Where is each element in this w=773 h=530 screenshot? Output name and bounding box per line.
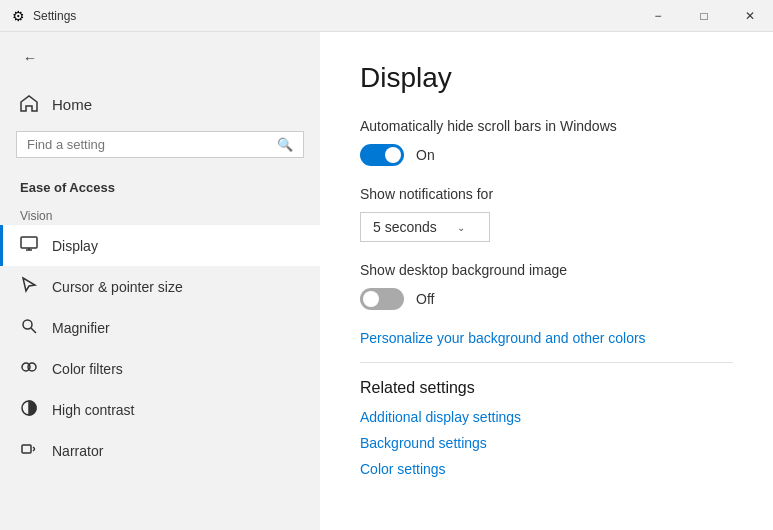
svg-line-4 <box>31 328 36 333</box>
narrator-icon <box>20 440 38 461</box>
desktop-background-toggle-text: Off <box>416 291 434 307</box>
scroll-bars-toggle-text: On <box>416 147 435 163</box>
color-settings-link[interactable]: Color settings <box>360 461 733 477</box>
cursor-icon <box>20 276 38 297</box>
svg-point-3 <box>23 320 32 329</box>
title-bar-left: ⚙ Settings <box>12 8 76 24</box>
magnifier-icon <box>20 317 38 338</box>
sidebar-item-magnifier-label: Magnifier <box>52 320 110 336</box>
notifications-setting: Show notifications for 5 seconds ⌄ <box>360 186 733 242</box>
sidebar-item-color-filters[interactable]: Color filters <box>0 348 320 389</box>
settings-icon: ⚙ <box>12 8 25 24</box>
sidebar-item-narrator-label: Narrator <box>52 443 103 459</box>
color-filters-icon <box>20 358 38 379</box>
desktop-background-toggle[interactable] <box>360 288 404 310</box>
sidebar-item-display[interactable]: Display <box>0 225 320 266</box>
sidebar-item-home[interactable]: Home <box>0 84 320 125</box>
sidebar-section-title: Ease of Access <box>0 174 320 203</box>
display-icon <box>20 235 38 256</box>
scroll-bars-toggle[interactable] <box>360 144 404 166</box>
home-icon <box>20 94 38 115</box>
sidebar-item-color-filters-label: Color filters <box>52 361 123 377</box>
sidebar-item-cursor-label: Cursor & pointer size <box>52 279 183 295</box>
svg-rect-0 <box>21 237 37 248</box>
title-bar-controls: − □ ✕ <box>635 0 773 32</box>
sidebar-category-vision: Vision <box>0 203 320 225</box>
notifications-dropdown-value: 5 seconds <box>373 219 437 235</box>
home-label: Home <box>52 96 92 113</box>
back-button[interactable]: ← <box>16 44 44 72</box>
sidebar-nav-top: ← <box>0 32 320 84</box>
sidebar: ← Home 🔍 Ease of Access Vision <box>0 32 320 530</box>
high-contrast-icon <box>20 399 38 420</box>
svg-point-6 <box>28 363 36 371</box>
personalization-link[interactable]: Personalize your background and other co… <box>360 330 733 346</box>
title-bar-title: Settings <box>33 9 76 23</box>
chevron-down-icon: ⌄ <box>457 222 465 233</box>
app-container: ← Home 🔍 Ease of Access Vision <box>0 32 773 530</box>
sidebar-item-high-contrast[interactable]: High contrast <box>0 389 320 430</box>
desktop-background-toggle-row: Off <box>360 288 733 310</box>
desktop-background-label: Show desktop background image <box>360 262 733 278</box>
scroll-bars-label: Automatically hide scroll bars in Window… <box>360 118 733 134</box>
search-icon: 🔍 <box>277 137 293 152</box>
scroll-bars-toggle-row: On <box>360 144 733 166</box>
sidebar-item-cursor[interactable]: Cursor & pointer size <box>0 266 320 307</box>
page-title: Display <box>360 62 733 94</box>
divider <box>360 362 733 363</box>
notifications-label: Show notifications for <box>360 186 733 202</box>
notifications-dropdown[interactable]: 5 seconds ⌄ <box>360 212 490 242</box>
title-bar: ⚙ Settings − □ ✕ <box>0 0 773 32</box>
sidebar-item-display-label: Display <box>52 238 98 254</box>
related-settings-title: Related settings <box>360 379 733 397</box>
search-box[interactable]: 🔍 <box>16 131 304 158</box>
sidebar-item-magnifier[interactable]: Magnifier <box>0 307 320 348</box>
desktop-background-setting: Show desktop background image Off <box>360 262 733 310</box>
search-input[interactable] <box>27 137 269 152</box>
background-settings-link[interactable]: Background settings <box>360 435 733 451</box>
content-area: Display Automatically hide scroll bars i… <box>320 32 773 530</box>
maximize-button[interactable]: □ <box>681 0 727 32</box>
close-button[interactable]: ✕ <box>727 0 773 32</box>
additional-display-settings-link[interactable]: Additional display settings <box>360 409 733 425</box>
minimize-button[interactable]: − <box>635 0 681 32</box>
sidebar-item-high-contrast-label: High contrast <box>52 402 134 418</box>
scroll-bars-setting: Automatically hide scroll bars in Window… <box>360 118 733 166</box>
sidebar-item-narrator[interactable]: Narrator <box>0 430 320 471</box>
svg-rect-8 <box>22 445 31 453</box>
